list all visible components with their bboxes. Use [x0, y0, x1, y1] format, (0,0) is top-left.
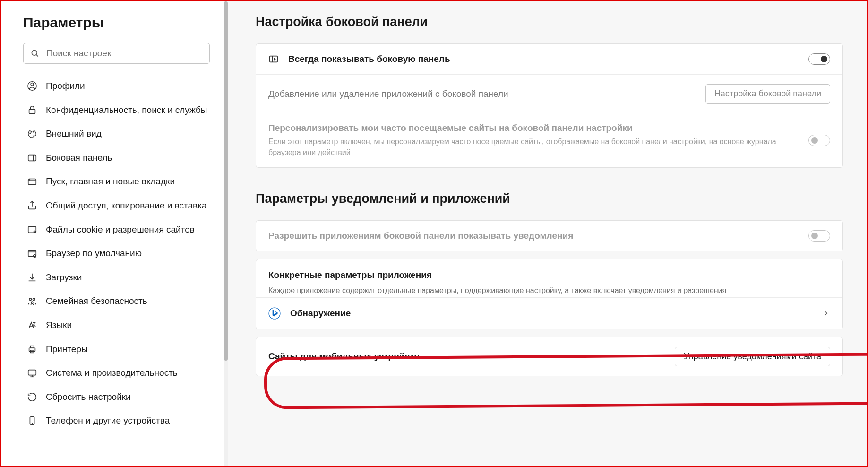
- sidebar-item-label: Браузер по умолчанию: [46, 247, 142, 260]
- sidebar-item-label: Файлы cookie и разрешения сайтов: [46, 224, 195, 236]
- svg-rect-8: [28, 155, 36, 161]
- sidebar-item-label: Общий доступ, копирование и вставка: [46, 199, 206, 212]
- family-icon: [27, 296, 37, 306]
- search-icon: [30, 49, 40, 58]
- panel-icon: [27, 153, 37, 163]
- sidebar-item-start-home[interactable]: Пуск, главная и новые вкладки: [23, 170, 214, 194]
- sidebar-item-family[interactable]: Семейная безопасность: [23, 289, 214, 313]
- chevron-right-icon: [822, 309, 830, 318]
- bing-icon: [268, 307, 281, 320]
- svg-point-18: [29, 298, 32, 301]
- row-desc: Если этот параметр включен, мы персонали…: [268, 136, 799, 158]
- sidebar-item-privacy[interactable]: Конфиденциальность, поиск и службы: [23, 98, 214, 122]
- mobile-sites-card: Сайты для мобильных устройств Управление…: [256, 337, 843, 376]
- sidebar-item-label: Пуск, главная и новые вкладки: [46, 175, 175, 188]
- row-mobile-sites: Сайты для мобильных устройств Управление…: [256, 337, 842, 376]
- manage-site-notifications-button[interactable]: Управление уведомлениями сайта: [675, 347, 830, 366]
- lock-icon: [27, 105, 37, 115]
- svg-point-5: [30, 133, 31, 134]
- allow-notifications-card: Разрешить приложениям боковой панели пок…: [256, 220, 843, 251]
- sidebar-item-label: Языки: [46, 319, 72, 332]
- cookie-icon: [27, 225, 37, 235]
- download-icon: [27, 272, 37, 283]
- sidebar-item-label: Конфиденциальность, поиск и службы: [46, 104, 207, 117]
- svg-point-11: [29, 180, 30, 180]
- section-heading-notifications: Параметры уведомлений и приложений: [256, 191, 843, 206]
- sidebar-scrollbar[interactable]: [224, 1, 228, 466]
- sidebar-item-default-browser[interactable]: Браузер по умолчанию: [23, 242, 214, 266]
- row-label: Сайты для мобильных устройств: [268, 351, 665, 362]
- svg-point-0: [32, 50, 37, 55]
- settings-sidebar: Параметры Профили Конфиденциальность, по…: [1, 1, 228, 466]
- svg-point-20: [31, 302, 33, 303]
- sidebar-item-appearance[interactable]: Внешний вид: [23, 122, 214, 146]
- sidebar-item-label: Профили: [46, 80, 85, 93]
- language-icon: [27, 320, 37, 330]
- configure-sidebar-button[interactable]: Настройка боковой панели: [705, 84, 830, 104]
- row-label: Добавление или удаление приложений с бок…: [268, 89, 696, 99]
- sidebar-item-label: Телефон и другие устройства: [46, 415, 170, 427]
- sidebar-item-label: Сбросить настройки: [46, 391, 131, 404]
- printer-icon: [27, 344, 37, 355]
- row-add-remove-apps: Добавление или удаление приложений с бок…: [256, 75, 842, 113]
- row-always-show-sidebar: Всегда показывать боковую панель: [256, 44, 842, 75]
- share-icon: [27, 200, 37, 211]
- profile-icon: [27, 81, 37, 91]
- svg-rect-15: [28, 251, 36, 257]
- main-content: Настройка боковой панели Всегда показыва…: [228, 1, 867, 466]
- sidebar-item-label: Загрузки: [46, 271, 82, 284]
- sidebar-item-cookies[interactable]: Файлы cookie и разрешения сайтов: [23, 218, 214, 242]
- sidebar-item-label: Принтеры: [46, 343, 88, 356]
- svg-rect-29: [270, 56, 278, 62]
- svg-line-1: [36, 55, 38, 57]
- toggle-allow-notifications[interactable]: [808, 230, 830, 242]
- svg-point-19: [33, 298, 35, 301]
- svg-point-7: [33, 131, 34, 132]
- panel-collapse-icon: [268, 54, 279, 64]
- svg-point-31: [269, 308, 280, 319]
- system-icon: [27, 368, 37, 378]
- search-settings-box[interactable]: [23, 43, 210, 64]
- reset-icon: [27, 392, 37, 402]
- browser-icon: [27, 248, 37, 259]
- sidebar-item-phone[interactable]: Телефон и другие устройства: [23, 409, 214, 433]
- row-allow-notifications: Разрешить приложениям боковой панели пок…: [256, 221, 842, 251]
- row-label: Разрешить приложениям боковой панели пок…: [268, 231, 799, 241]
- svg-rect-24: [28, 370, 36, 375]
- section-heading-sidebar-settings: Настройка боковой панели: [256, 15, 843, 29]
- specific-title: Конкретные параметры приложения: [268, 270, 830, 280]
- sidebar-item-profiles[interactable]: Профили: [23, 74, 214, 98]
- sidebar-item-label: Система и производительность: [46, 367, 178, 380]
- search-input[interactable]: [46, 48, 203, 59]
- svg-point-2: [31, 83, 34, 86]
- sidebar-item-downloads[interactable]: Загрузки: [23, 266, 214, 290]
- sidebar-settings-card: Всегда показывать боковую панель Добавле…: [256, 43, 843, 168]
- specific-app-header: Конкретные параметры приложения Каждое п…: [256, 259, 842, 297]
- svg-rect-22: [30, 346, 34, 348]
- sidebar-item-printers[interactable]: Принтеры: [23, 337, 214, 362]
- tab-icon: [27, 176, 37, 187]
- sidebar-item-label: Внешний вид: [46, 128, 102, 140]
- phone-icon: [27, 415, 37, 426]
- sidebar-nav: Профили Конфиденциальность, поиск и служ…: [23, 74, 214, 433]
- sidebar-item-sidebar[interactable]: Боковая панель: [23, 146, 214, 170]
- toggle-personalize-sites[interactable]: [808, 135, 830, 146]
- palette-icon: [27, 129, 37, 139]
- specific-app-settings-card: Конкретные параметры приложения Каждое п…: [256, 259, 843, 329]
- svg-point-17: [34, 255, 36, 258]
- sidebar-item-languages[interactable]: Языки: [23, 313, 214, 337]
- specific-desc: Каждое приложение содержит отдельные пар…: [268, 285, 830, 296]
- sidebar-title: Параметры: [23, 15, 214, 31]
- sidebar-item-label: Семейная безопасность: [46, 295, 147, 308]
- sidebar-item-share-copy[interactable]: Общий доступ, копирование и вставка: [23, 194, 214, 218]
- sidebar-item-system[interactable]: Система и производительность: [23, 361, 214, 385]
- toggle-always-show-sidebar[interactable]: [808, 53, 830, 65]
- svg-rect-4: [29, 109, 35, 113]
- sidebar-scrollbar-thumb[interactable]: [224, 1, 228, 361]
- sidebar-item-label: Боковая панель: [46, 152, 112, 164]
- svg-point-6: [31, 131, 32, 132]
- sidebar-item-reset[interactable]: Сбросить настройки: [23, 385, 214, 409]
- app-row-discover[interactable]: Обнаружение: [256, 297, 842, 329]
- row-label: Всегда показывать боковую панель: [288, 54, 799, 64]
- row-label: Персонализировать мои часто посещаемые с…: [268, 123, 799, 133]
